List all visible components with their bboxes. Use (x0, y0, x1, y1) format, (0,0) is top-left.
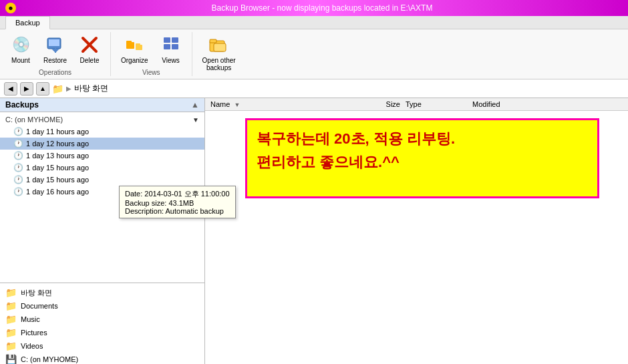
folder-icon-4: 📁 (5, 341, 17, 351)
folder-item-1[interactable]: 📁 Documents (0, 299, 204, 313)
folder-label-0: 바탕 화면 (21, 288, 52, 298)
main-area: Backups ▲ C: (on MYHOME) ▼ 🕐 1 day 11 ho… (0, 98, 628, 364)
korean-text-line1: 복구하는데 20초, 적용 리부팅. (257, 127, 588, 150)
backup-item-0[interactable]: 🕐 1 day 11 hours ago (0, 126, 204, 138)
backup-item-2[interactable]: 🕐 1 day 13 hours ago (0, 150, 204, 162)
svg-rect-11 (172, 37, 178, 43)
mount-button[interactable]: 💿 Mount (5, 32, 36, 66)
col-type-label: Type (406, 100, 422, 108)
forward-button[interactable]: ▶ (20, 82, 33, 96)
folder-item-2[interactable]: 📁 Music (0, 313, 204, 326)
svg-rect-13 (172, 44, 178, 49)
clock-icon-5: 🕐 (13, 187, 23, 196)
backup-label-4: 1 day 15 hours ago (26, 176, 89, 184)
app-icon: ☻ (5, 3, 16, 13)
clock-icon-2: 🕐 (13, 151, 23, 160)
restore-icon (45, 34, 66, 55)
tooltip-date: Date: 2014-03-01 오후 11:00:00 (125, 189, 204, 199)
organize-button[interactable]: Organize (116, 32, 153, 66)
right-panel: Name ▼ Size Type Modified 복구하는데 20초, 적용 … (205, 98, 628, 364)
korean-text-line2: 편리하고 좋으네요.^^ (257, 150, 588, 174)
backup-label-0: 1 day 11 hours ago (26, 128, 89, 136)
folder-icon-2: 📁 (5, 314, 17, 325)
views-group-label: Views (142, 69, 160, 76)
col-name-label: Name (210, 100, 230, 108)
folder-icon-0: 📁 (5, 287, 17, 298)
clock-icon-0: 🕐 (13, 127, 23, 136)
folders-panel: 📁 바탕 화면 📁 Documents 📁 Music 📁 Pictures 📁… (0, 283, 204, 364)
ribbon-group-open-other: Open other backups (192, 32, 246, 76)
backup-label-2: 1 day 13 hours ago (26, 152, 89, 160)
tooltip-size: Backup size: 43.1MB (125, 199, 204, 207)
backup-tooltip: Date: 2014-03-01 오후 11:00:00 Backup size… (119, 186, 204, 218)
ribbon-content: 💿 Mount Restore (0, 29, 628, 79)
restore-label: Restore (43, 57, 67, 64)
svg-rect-7 (126, 41, 132, 43)
delete-icon (79, 34, 100, 55)
collapse-arrow[interactable]: ▼ (192, 116, 199, 124)
ribbon: Backup 💿 Mount (0, 16, 628, 79)
col-name-header[interactable]: Name ▼ (205, 100, 352, 108)
window-title: Backup Browser - now displaying backups … (21, 3, 623, 13)
column-header: Name ▼ Size Type Modified (205, 98, 628, 111)
backup-item-1[interactable]: 🕐 1 day 12 hours ago (0, 138, 204, 150)
col-modified-header[interactable]: Modified (472, 100, 573, 108)
svg-rect-9 (136, 43, 140, 46)
open-other-buttons: Open other backups (198, 32, 241, 73)
left-panel: Backups ▲ C: (on MYHOME) ▼ 🕐 1 day 11 ho… (0, 98, 205, 364)
backup-item-4[interactable]: 🕐 1 day 15 hours ago (0, 174, 204, 186)
drive-icon-5: 💾 (5, 354, 17, 364)
folder-label-1: Documents (21, 302, 58, 310)
views-buttons: Organize Views (116, 32, 186, 66)
folder-item-5[interactable]: 💾 C: (on MYHOME) (0, 353, 204, 364)
mount-label: Mount (11, 57, 30, 64)
backup-label-1: 1 day 12 hours ago (26, 140, 89, 148)
folder-label-4: Videos (21, 342, 43, 350)
organize-label: Organize (121, 57, 148, 64)
organize-icon (124, 34, 145, 55)
backup-label-3: 1 day 15 hours ago (26, 164, 89, 172)
open-other-icon (208, 34, 230, 55)
folder-icon-1: 📁 (5, 301, 17, 311)
tab-backup[interactable]: Backup (5, 16, 50, 29)
open-other-label: Open other backups (202, 57, 236, 71)
ribbon-group-operations: 💿 Mount Restore (0, 32, 111, 76)
folder-label-5: C: (on MYHOME) (21, 355, 78, 363)
col-size-label: Size (386, 100, 400, 108)
open-other-button[interactable]: Open other backups (198, 32, 241, 73)
folder-label-2: Music (21, 315, 40, 323)
folder-item-3[interactable]: 📁 Pictures (0, 326, 204, 339)
backups-header: Backups ▲ (0, 98, 204, 112)
clock-icon-3: 🕐 (13, 163, 23, 172)
clock-icon-1: 🕐 (13, 139, 23, 148)
addressbar: ◀ ▶ ▲ 📁 ▶ 바탕 화면 (0, 79, 628, 98)
backup-item-3[interactable]: 🕐 1 day 15 hours ago (0, 162, 204, 174)
scroll-up-arrow[interactable]: ▲ (191, 100, 199, 110)
mount-icon: 💿 (10, 34, 31, 55)
back-button[interactable]: ◀ (4, 82, 17, 96)
korean-annotation-box: 복구하는데 20초, 적용 리부팅. 편리하고 좋으네요.^^ (245, 118, 599, 198)
col-type-header[interactable]: Type (406, 100, 472, 108)
col-size-header[interactable]: Size (352, 100, 406, 108)
views-icon (160, 34, 182, 55)
restore-button[interactable]: Restore (39, 32, 71, 66)
tooltip-description: Description: Automatic backup (125, 207, 204, 215)
up-button[interactable]: ▲ (36, 82, 49, 96)
delete-button[interactable]: Delete (74, 32, 105, 66)
views-label: Views (162, 57, 180, 64)
folder-item-0[interactable]: 📁 바탕 화면 (0, 286, 204, 299)
path-chevron: ▶ (66, 85, 71, 92)
svg-rect-15 (210, 39, 216, 43)
views-button[interactable]: Views (156, 32, 186, 66)
folder-item-4[interactable]: 📁 Videos (0, 339, 204, 353)
backups-list[interactable]: C: (on MYHOME) ▼ 🕐 1 day 11 hours ago 🕐 … (0, 112, 204, 283)
delete-label: Delete (80, 57, 100, 64)
path-folder-icon: 📁 (52, 83, 63, 94)
svg-rect-16 (214, 43, 226, 51)
backup-label-5: 1 day 16 hours ago (26, 188, 89, 196)
ribbon-tabs: Backup (0, 16, 628, 29)
svg-rect-12 (164, 44, 170, 49)
operations-buttons: 💿 Mount Restore (5, 32, 105, 66)
folder-label-3: Pictures (21, 329, 47, 337)
clock-icon-4: 🕐 (13, 175, 23, 184)
